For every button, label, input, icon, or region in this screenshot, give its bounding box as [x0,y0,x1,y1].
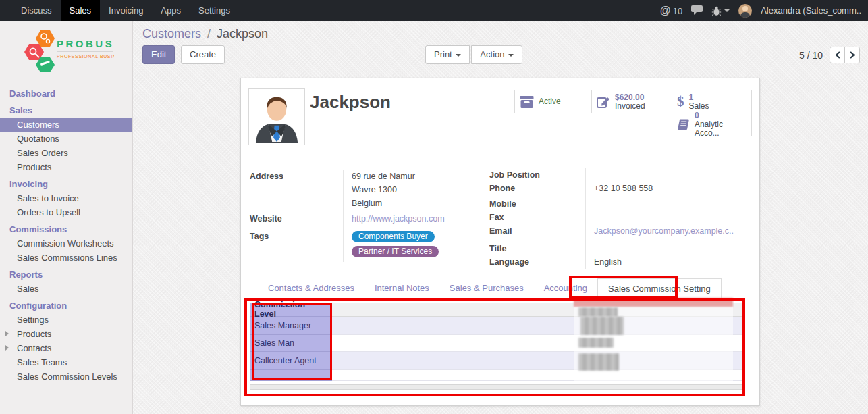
sidebar-item-quotations[interactable]: Quotations [0,132,132,146]
create-button[interactable]: Create [181,45,225,64]
tab-sales-purchases[interactable]: Sales & Purchases [439,278,534,299]
active-label: Active [539,97,561,106]
website-link[interactable]: http://www.jackpson.com [352,214,445,224]
sidebar-item-settings[interactable]: Settings [0,313,132,327]
sidebar-section-dashboard[interactable]: Dashboard [0,86,132,101]
sidebar-item-products[interactable]: Products [0,160,132,174]
sidebar-item-sales-orders[interactable]: Sales Orders [0,146,132,160]
breadcrumb-separator: / [205,27,213,41]
user-menu[interactable]: Alexandra (Sales_comm.. [761,5,861,16]
title-label: Title [489,238,585,255]
analytic-accounts-stat-button[interactable]: 0 Analytic Acco... [672,113,752,136]
tag-components-buyer[interactable]: Components Buyer [352,231,435,242]
analytic-book-icon [677,118,690,131]
top-nav-discuss[interactable]: Discuss [12,0,61,21]
action-label: Action [480,49,504,59]
edit-button[interactable]: Edit [142,45,175,64]
user-avatar[interactable] [738,4,752,18]
sidebar-section-configuration[interactable]: Configuration [0,299,132,313]
analytic-label: Analytic Acco... [695,120,747,138]
sidebar-item-reports-sales[interactable]: Sales [0,282,132,296]
active-stat-button[interactable]: Active [514,90,592,113]
action-button[interactable]: Action [471,45,522,64]
invoiced-label: Invoiced [615,102,645,111]
at-icon: @ [659,5,670,17]
mobile-value [585,195,747,211]
phone-label: Phone [489,182,585,195]
tab-contacts-addresses[interactable]: Contacts & Addresses [258,278,364,299]
logo-title: PROBUSE [57,38,114,49]
mobile-label: Mobile [489,195,585,211]
mentions-count: 10 [673,6,682,16]
address-line-1: 69 rue de Namur [352,170,483,183]
debug-bug-icon[interactable] [711,6,730,16]
top-nav-apps[interactable]: Apps [152,0,190,21]
phone-value: +32 10 588 558 [585,182,747,195]
tags-label: Tags [250,226,343,262]
sidebar-section-invoicing[interactable]: Invoicing [0,177,132,191]
customer-photo[interactable] [248,88,305,145]
pager-next-button[interactable] [844,47,860,63]
dollar-icon: $ [677,93,684,110]
sidebar-item-config-contacts[interactable]: Contacts [0,341,132,355]
redacted-column-header [574,298,733,307]
tab-internal-notes[interactable]: Internal Notes [364,278,439,299]
caret-down-icon [508,54,514,57]
tab-accounting[interactable]: Accounting [534,278,597,299]
commission-level-cell[interactable]: Sales Man [250,335,332,352]
commission-level-cell[interactable]: Sales Manager [250,317,332,335]
expand-arrow-icon [5,345,9,351]
sidebar-section-sales[interactable]: Sales [0,103,132,118]
archive-icon [520,96,534,108]
sidebar-item-sales-to-invoice[interactable]: Sales to Invoice [0,191,132,205]
field-group-right: Job Position Phone +32 10 588 558 Mobile… [489,168,747,269]
fax-value [585,211,747,224]
sidebar-item-orders-to-upsell[interactable]: Orders to Upsell [0,205,132,219]
sidebar-nav: Dashboard Sales Customers Quotations Sal… [0,86,132,384]
address-value: 69 rue de Namur Wavre 1300 Belgium [343,170,483,210]
probuse-logo: PROBUSE PROFESSIONAL BUSINESS [23,29,132,76]
sidebar-section-reports[interactable]: Reports [0,267,132,282]
address-line-3: Belgium [352,197,483,210]
sales-stat-button[interactable]: $ 1 Sales [672,90,752,113]
breadcrumb: Customers / Jackpson [142,27,268,41]
sidebar-item-sales-commission-levels[interactable]: Sales Commission Levels [0,369,132,384]
print-button[interactable]: Print [425,45,470,64]
sidebar-item-commission-worksheets[interactable]: Commission Worksheets [0,236,132,251]
sidebar-item-customers[interactable]: Customers [0,118,132,132]
sidebar-item-sales-commissions-lines[interactable]: Sales Commissions Lines [0,251,132,265]
sidebar-item-sales-teams[interactable]: Sales Teams [0,355,132,369]
invoice-edit-icon [597,95,610,109]
fax-label: Fax [489,211,585,224]
commission-level-header[interactable]: Commission Level [250,303,332,317]
chevron-right-icon [850,51,855,59]
field-group-left: Address 69 rue de Namur Wavre 1300 Belgi… [250,170,483,262]
language-label: Language [489,255,585,269]
control-panel: Customers / Jackpson Edit Create Print A… [133,21,868,74]
invoiced-stat-button[interactable]: $620.00 Invoiced [591,90,672,113]
breadcrumb-current: Jackpson [217,27,268,41]
top-nav-sales[interactable]: Sales [61,0,101,21]
logo-subtitle: PROFESSIONAL BUSINESS [57,54,114,59]
messages-icon[interactable] [691,5,703,16]
mentions-counter[interactable]: @ 10 [659,5,682,17]
email-link[interactable]: Jackpson@yourcompany.example.c.. [594,226,734,236]
chevron-left-icon [835,51,840,59]
sidebar-section-commissions[interactable]: Commissions [0,222,132,236]
breadcrumb-customers-link[interactable]: Customers [142,27,201,41]
sidebar: PROBUSE PROFESSIONAL BUSINESS Dashboard … [0,21,133,414]
table-footer-strip [250,384,745,390]
commission-level-cell[interactable]: Callcenter Agent [250,352,332,370]
tag-partner-it-services[interactable]: Partner / IT Services [352,246,439,257]
top-nav-settings[interactable]: Settings [190,0,239,21]
redacted-content [580,317,624,335]
pager-text: 5 / 10 [799,50,823,61]
title-value [585,238,747,255]
tab-sales-commission-setting[interactable]: Sales Commission Setting [597,278,722,299]
top-bar: Discuss Sales Invoicing Apps Settings @ … [0,0,868,21]
caret-down-icon [456,54,461,57]
top-nav-invoicing[interactable]: Invoicing [100,0,152,21]
email-label: Email [489,224,585,238]
pager-previous-button[interactable] [830,47,845,63]
sidebar-item-config-products[interactable]: Products [0,327,132,341]
